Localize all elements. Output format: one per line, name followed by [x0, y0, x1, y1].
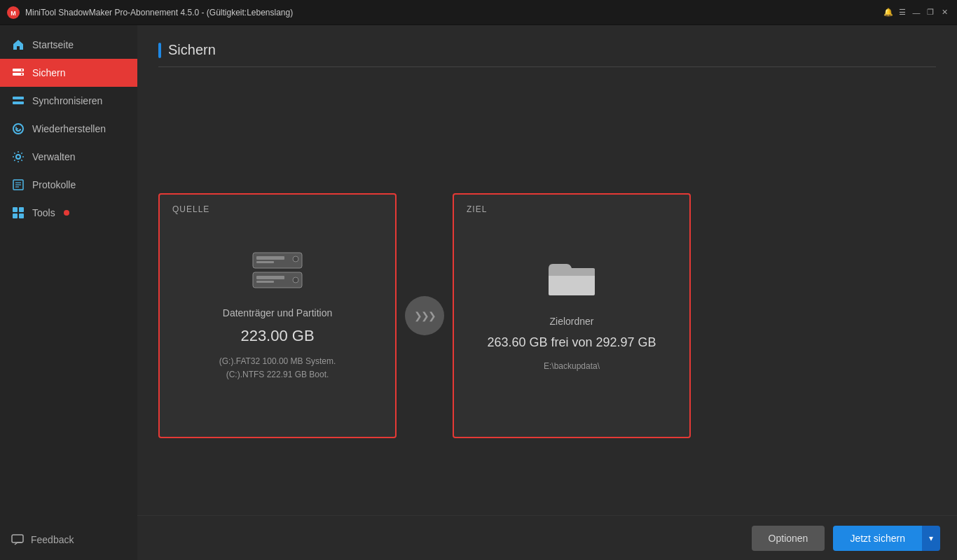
backup-now-dropdown-button[interactable]: ▾: [922, 526, 940, 551]
svg-rect-15: [19, 207, 24, 212]
tools-notification-badge: [64, 210, 69, 216]
svg-point-22: [293, 256, 298, 262]
feedback-label: Feedback: [31, 534, 74, 545]
svg-rect-6: [13, 97, 24, 99]
titlebar-left: M MiniTool ShadowMaker Pro-Abonnement 4.…: [7, 6, 293, 19]
arrow-symbol: ❯❯❯: [414, 310, 435, 321]
svg-text:M: M: [11, 10, 16, 17]
log-icon: [11, 178, 25, 192]
bottom-bar: Optionen Jetzt sichern ▾: [137, 515, 957, 560]
destination-card-size: 263.60 GB frei von 292.97 GB: [487, 335, 656, 350]
arrow-circle: ❯❯❯: [405, 296, 444, 335]
svg-point-26: [293, 277, 298, 283]
source-card-main-text: Datenträger und Partition: [223, 307, 332, 318]
sidebar-label-startseite: Startseite: [32, 39, 74, 50]
destination-card[interactable]: ZIEL Zielordner 263.60 GB fre: [453, 193, 691, 438]
restore-icon: [11, 122, 25, 136]
source-card-label: QUELLE: [172, 204, 209, 214]
backup-now-button[interactable]: Jetzt sichern: [833, 526, 922, 551]
svg-rect-7: [13, 102, 24, 104]
backup-icon: [11, 66, 25, 80]
sidebar-item-sichern[interactable]: Sichern: [0, 59, 137, 87]
arrow-connector: ❯❯❯: [397, 296, 453, 335]
destination-card-label: ZIEL: [467, 204, 487, 214]
content-area: Sichern QUELLE: [137, 25, 957, 560]
feedback-item[interactable]: Feedback: [11, 528, 126, 552]
sidebar-item-startseite[interactable]: Startseite: [0, 31, 137, 59]
destination-card-path: E:\backupdata\: [544, 360, 600, 373]
sidebar-label-verwalten: Verwalten: [32, 151, 75, 162]
page-title-accent: [158, 43, 161, 58]
titlebar-controls: 🔔 ☰ — ❐ ✕: [883, 7, 950, 18]
svg-rect-16: [13, 214, 18, 218]
svg-rect-24: [256, 276, 284, 279]
sidebar-bottom: Feedback: [0, 519, 137, 560]
sidebar-item-verwalten[interactable]: Verwalten: [0, 143, 137, 171]
destination-card-main-text: Zielordner: [549, 316, 593, 327]
page-title: Sichern: [168, 42, 216, 58]
menu-icon[interactable]: ☰: [897, 7, 908, 18]
sidebar-label-tools: Tools: [32, 207, 55, 218]
svg-rect-20: [256, 256, 284, 260]
page-header: Sichern: [158, 42, 936, 67]
svg-rect-29: [549, 269, 595, 276]
svg-point-9: [16, 155, 20, 159]
restore-button[interactable]: ❐: [925, 7, 936, 18]
sidebar-item-wiederherstellen[interactable]: Wiederherstellen: [0, 115, 137, 143]
titlebar-title: MiniTool ShadowMaker Pro-Abonnement 4.5.…: [25, 8, 293, 18]
sidebar-item-protokolle[interactable]: Protokolle: [0, 171, 137, 199]
svg-point-4: [21, 69, 22, 71]
main-layout: Startseite Sichern Synchro: [0, 25, 957, 560]
manage-icon: [11, 150, 25, 164]
sidebar-item-synchronisieren[interactable]: Synchronisieren: [0, 87, 137, 115]
sidebar: Startseite Sichern Synchro: [0, 25, 137, 560]
home-icon: [11, 38, 25, 52]
disk-icon: [249, 250, 305, 295]
sidebar-label-sichern: Sichern: [32, 67, 65, 78]
sidebar-label-protokolle: Protokolle: [32, 179, 76, 190]
sidebar-label-wiederherstellen: Wiederherstellen: [32, 123, 106, 134]
app-icon: M: [7, 6, 20, 19]
svg-rect-18: [12, 535, 23, 542]
close-button[interactable]: ✕: [939, 7, 950, 18]
notification-icon[interactable]: 🔔: [883, 7, 894, 18]
backup-button-group: Jetzt sichern ▾: [833, 526, 940, 551]
source-card[interactable]: QUELLE Date: [158, 193, 397, 438]
source-card-size: 223.00 GB: [240, 327, 314, 345]
sidebar-label-synchronisieren: Synchronisieren: [32, 95, 102, 106]
cards-row: QUELLE Date: [158, 88, 936, 543]
folder-icon: [547, 258, 596, 303]
svg-rect-21: [256, 261, 274, 263]
options-button[interactable]: Optionen: [752, 526, 825, 551]
tools-icon: [11, 206, 25, 220]
sidebar-item-tools[interactable]: Tools: [0, 199, 137, 227]
svg-rect-14: [13, 207, 18, 212]
svg-rect-17: [19, 214, 24, 218]
source-card-detail: (G:).FAT32 100.00 MB System. (C:).NTFS 2…: [219, 355, 336, 382]
titlebar: M MiniTool ShadowMaker Pro-Abonnement 4.…: [0, 0, 957, 25]
svg-rect-25: [256, 281, 274, 283]
source-card-detail-line2: (C:).NTFS 222.91 GB Boot.: [226, 370, 329, 379]
feedback-icon: [11, 533, 24, 546]
sync-icon: [11, 94, 25, 108]
minimize-button[interactable]: —: [911, 7, 922, 18]
svg-point-5: [21, 74, 22, 75]
source-card-detail-line1: (G:).FAT32 100.00 MB System.: [219, 356, 336, 366]
